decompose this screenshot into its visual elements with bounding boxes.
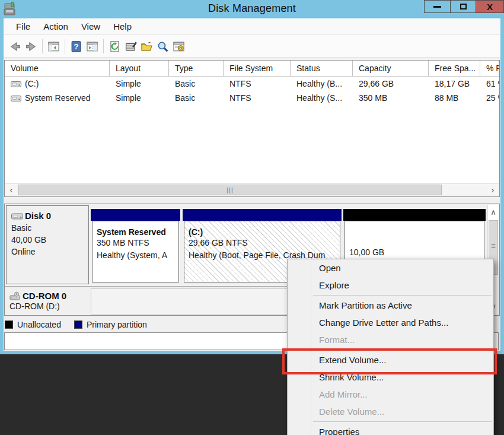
menu-file[interactable]: File — [9, 21, 37, 31]
primary-partition-swatch — [74, 320, 82, 329]
partition-system-reserved[interactable]: System Reserved 350 MB NTFS Healthy (Sys… — [91, 209, 180, 282]
toolbar-separator — [103, 39, 104, 53]
cell-layout: Simple — [110, 79, 169, 88]
refresh-button[interactable] — [107, 39, 122, 54]
column-header-status[interactable]: Status — [291, 61, 353, 76]
menu-item-mark-partition-active[interactable]: Mark Partition as Active — [288, 297, 493, 314]
menu-item-format: Format... — [288, 331, 493, 348]
manage-computer-button[interactable] — [171, 39, 186, 54]
menu-help[interactable]: Help — [107, 21, 138, 31]
forward-arrow-icon — [25, 40, 37, 53]
partition-size: 350 MB NTFS — [97, 237, 178, 249]
menu-item-explore[interactable]: Explore — [288, 277, 493, 294]
scroll-left-icon[interactable]: ‹ — [5, 184, 17, 196]
rescan-disks-icon — [125, 40, 137, 53]
cell-free-space: 88 MB — [429, 93, 480, 103]
column-header-capacity[interactable]: Capacity — [353, 61, 429, 76]
horizontal-scrollbar[interactable]: ‹ ||| › — [5, 183, 499, 196]
partition-color-strip — [91, 209, 180, 221]
partition-size: 29,66 GB NTFS — [189, 237, 340, 249]
cell-percent-free: 25 % — [480, 93, 499, 103]
zoom-button[interactable] — [155, 39, 170, 54]
menu-item-delete-volume: Delete Volume... — [288, 403, 493, 420]
minimize-icon — [433, 6, 441, 8]
toolbar-separator — [42, 39, 43, 53]
help-button[interactable]: ? — [69, 39, 84, 54]
legend-unallocated-label: Unallocated — [17, 320, 61, 329]
cell-capacity: 350 MB — [353, 93, 429, 103]
disk0-status: Online — [11, 246, 88, 258]
table-row-system-reserved[interactable]: System Reserved Simple Basic NTFS Health… — [5, 91, 499, 105]
menu-item-open[interactable]: Open — [288, 259, 493, 277]
column-header-file-system[interactable]: File System — [224, 61, 291, 76]
menu-action[interactable]: Action — [37, 21, 75, 31]
cell-layout: Simple — [110, 93, 169, 103]
column-header-layout[interactable]: Layout — [110, 61, 169, 76]
column-header-volume[interactable]: Volume — [5, 61, 110, 76]
column-header-free-space[interactable]: Free Spa... — [429, 61, 480, 76]
column-header-type[interactable]: Type — [169, 61, 224, 76]
cell-percent-free: 61 % — [480, 79, 499, 88]
horizontal-scrollbar-thumb[interactable]: ||| — [18, 185, 442, 195]
disk0-name: Disk 0 — [25, 211, 51, 221]
partition-color-strip — [343, 209, 486, 221]
open-button[interactable] — [139, 39, 154, 54]
menu-item-extend-volume[interactable]: Extend Volume... — [288, 351, 493, 369]
table-row-c-drive[interactable]: (C:) Simple Basic NTFS Healthy (B... 29,… — [5, 77, 499, 91]
cdrom0-drive-letter: CD-ROM (D:) — [9, 301, 89, 311]
disk0-type: Basic — [11, 222, 88, 234]
volume-name: System Reserved — [25, 93, 90, 103]
back-button[interactable] — [8, 39, 23, 54]
title-bar: Disk Management X — [0, 0, 504, 18]
minimize-button[interactable] — [425, 1, 450, 12]
menu-item-add-mirror: Add Mirror... — [288, 386, 493, 403]
toolbar-separator — [65, 39, 65, 53]
volume-list-header: Volume Layout Type File System Status Ca… — [5, 61, 499, 77]
disk0-label[interactable]: Disk 0 Basic 40,00 GB Online — [6, 205, 89, 284]
partition-status: Healthy (System, A — [97, 249, 178, 262]
magnifier-icon — [157, 40, 169, 53]
context-menu: Open Explore Mark Partition as Active Ch… — [287, 259, 494, 435]
cell-capacity: 29,66 GB — [353, 79, 429, 88]
action-pane-icon — [86, 40, 98, 53]
open-folder-icon — [141, 40, 153, 53]
menu-bar: File Action View Help — [4, 18, 500, 34]
cell-file-system: NTFS — [224, 79, 291, 88]
rescan-disks-button[interactable] — [123, 39, 138, 54]
partition-name: (C:) — [189, 227, 340, 237]
menu-item-shrink-volume[interactable]: Shrink Volume... — [288, 369, 493, 386]
menu-view[interactable]: View — [75, 21, 107, 31]
disk-icon — [11, 212, 23, 220]
legend: Unallocated Primary partition — [5, 318, 147, 331]
cdrom-icon — [9, 291, 21, 301]
menu-item-change-drive-letter[interactable]: Change Drive Letter and Paths... — [288, 314, 493, 331]
close-icon: X — [487, 2, 493, 11]
cell-type: Basic — [169, 79, 224, 88]
cell-free-space: 18,17 GB — [429, 79, 480, 88]
partition-size: 10,00 GB — [349, 246, 484, 259]
cell-file-system: NTFS — [224, 93, 291, 103]
close-button[interactable]: X — [476, 1, 503, 12]
maximize-button[interactable] — [450, 1, 476, 12]
cell-status: Healthy (B... — [291, 79, 353, 88]
show-action-pane-button[interactable] — [85, 39, 100, 54]
unallocated-swatch — [5, 320, 13, 329]
partition-color-strip — [183, 209, 342, 221]
manage-computer-icon — [173, 40, 185, 53]
window-controls: X — [424, 0, 504, 13]
cdrom0-label[interactable]: CD-ROM 0 CD-ROM (D:) — [6, 288, 89, 315]
volume-list: Volume Layout Type File System Status Ca… — [4, 60, 500, 197]
menu-item-properties[interactable]: Properties — [288, 423, 493, 435]
disk0-size: 40,00 GB — [11, 234, 88, 246]
show-console-tree-button[interactable] — [46, 39, 61, 54]
forward-button[interactable] — [24, 39, 39, 54]
maximize-icon — [460, 4, 467, 9]
svg-text:?: ? — [74, 42, 78, 51]
back-arrow-icon — [9, 40, 21, 53]
scroll-up-icon[interactable]: ∧ — [488, 207, 499, 218]
scroll-right-icon[interactable]: › — [487, 184, 499, 196]
toolbar: ? — [4, 35, 500, 58]
column-header-percent-free[interactable]: % F — [480, 61, 499, 76]
legend-primary-label: Primary partition — [87, 320, 147, 329]
cdrom0-name: CD-ROM 0 — [23, 291, 66, 301]
